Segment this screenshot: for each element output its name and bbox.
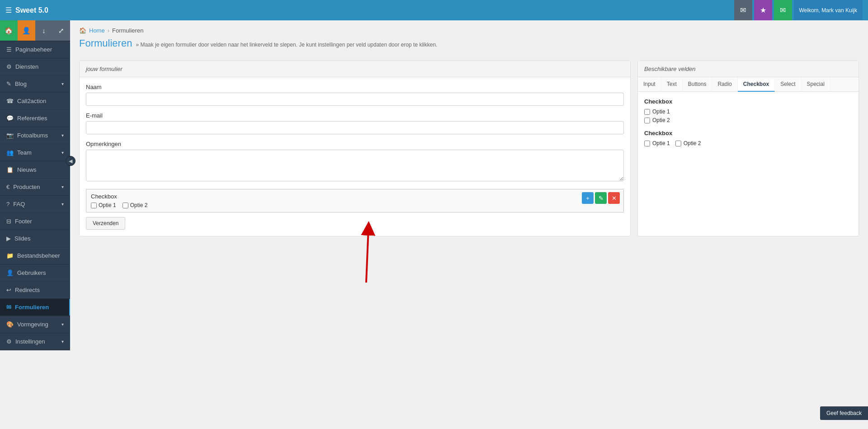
feedback-btn[interactable]: Geef feedback (820, 406, 868, 420)
faq-chevron: ▾ (61, 202, 64, 207)
producten-icon: € (6, 184, 9, 190)
sidebar-item-faq[interactable]: ? FAQ ▾ (0, 196, 70, 213)
avail-checkbox-2-1[interactable] (644, 141, 650, 146)
avail-checkbox-1-2[interactable] (644, 118, 650, 123)
welcome-text: Welkom, (799, 7, 820, 14)
team-icon: 👥 (6, 149, 14, 156)
field-add-btn[interactable]: + (582, 192, 594, 204)
nieuws-icon: 📋 (6, 166, 14, 173)
redirects-icon: ↩ (6, 287, 11, 293)
avail-option-2-1[interactable]: Optie 1 (644, 140, 670, 146)
checkbox-option-2[interactable]: Optie 2 (123, 202, 148, 208)
app-title: Sweet 5.0 (15, 6, 48, 14)
tab-select[interactable]: Select (775, 77, 801, 92)
avail-checkbox-2-2[interactable] (675, 141, 681, 146)
sidebar-item-label: Referenties (17, 115, 47, 122)
sidebar-wrapper: 🏠 👤 ↓ ⤢ ☰ Paginabeheer ⚙ Diensten (0, 20, 70, 429)
vormgeving-icon: 🎨 (6, 321, 14, 328)
tab-text[interactable]: Text (661, 77, 683, 92)
tab-input[interactable]: Input (638, 77, 661, 92)
topbar-mail-btn[interactable]: ✉ (774, 0, 792, 20)
email-label: E-mail (86, 112, 624, 119)
naam-input[interactable] (86, 93, 624, 106)
team-chevron: ▾ (61, 150, 64, 155)
sidebar-item-producten[interactable]: € Producten ▾ (0, 179, 70, 196)
tab-radio[interactable]: Radio (712, 77, 737, 92)
sidebar-icon-download[interactable]: ↓ (35, 20, 53, 41)
sidebar-icon-share[interactable]: ⤢ (52, 20, 70, 41)
available-group-1: Checkbox Optie 1 Optie 2 (644, 98, 852, 123)
topbar-message-btn[interactable]: ✉ (734, 0, 752, 20)
email-input[interactable] (86, 121, 624, 134)
sidebar-item-nieuws[interactable]: 📋 Nieuws (0, 161, 70, 179)
sidebar-item-bestandsbeheer[interactable]: 📁 Bestandsbeheer (0, 247, 70, 264)
checkbox-option-1[interactable]: Optie 1 (91, 202, 116, 208)
checkbox-input-2[interactable] (123, 203, 128, 208)
sidebar-item-diensten[interactable]: ⚙ Diensten (0, 58, 70, 75)
avail-option-1-1[interactable]: Optie 1 (644, 108, 852, 115)
form-panel: jouw formulier Naam E-mail Opmerkingen (79, 61, 631, 236)
topbar-user: Welkom, Mark van Kuijk (794, 0, 863, 20)
topbar: ☰ Sweet 5.0 ✉ ★ ✉ Welkom, Mark van Kuijk (0, 0, 868, 20)
avail-checkbox-1-1[interactable] (644, 109, 650, 115)
sidebar-icon-user[interactable]: 👤 (18, 20, 35, 41)
naam-label: Naam (86, 84, 624, 90)
sidebar: 🏠 👤 ↓ ⤢ ☰ Paginabeheer ⚙ Diensten (0, 20, 70, 350)
opmerkingen-textarea[interactable] (86, 150, 624, 181)
fields-panel: Beschikbare velden Input Text Buttons Ra… (637, 61, 859, 236)
tab-buttons[interactable]: Buttons (683, 77, 712, 92)
form-group-email: E-mail (86, 112, 624, 134)
sidebar-item-label: FAQ (13, 201, 25, 207)
sidebar-toggle[interactable]: ◀ (66, 156, 75, 166)
page-title: Formulieren (79, 38, 132, 49)
checkbox-field[interactable]: Checkbox Optie 1 Optie 2 (86, 189, 624, 212)
breadcrumb-home[interactable]: Home (89, 27, 105, 34)
sidebar-item-label: Bestandsbeheer (17, 252, 60, 259)
fotoalbums-chevron: ▾ (61, 133, 64, 138)
faq-icon: ? (6, 201, 9, 207)
sidebar-item-instellingen[interactable]: ⚙ Instellingen ▾ (0, 333, 70, 350)
sidebar-item-team[interactable]: 👥 Team ▾ (0, 144, 70, 161)
fields-panel-header: Beschikbare velden (638, 61, 859, 77)
fields-panel-body: Checkbox Optie 1 Optie 2 (638, 92, 859, 159)
sidebar-item-paginabeheer[interactable]: ☰ Paginabeheer (0, 41, 70, 58)
submit-btn[interactable]: Verzenden (86, 217, 125, 230)
tab-special[interactable]: Special (802, 77, 830, 92)
sidebar-item-label: Paginabeheer (15, 46, 52, 53)
sidebar-item-vormgeving[interactable]: 🎨 Vormgeving ▾ (0, 316, 70, 333)
available-options-2: Optie 1 Optie 2 (644, 140, 852, 146)
sidebar-item-label: Formulieren (15, 304, 49, 311)
sidebar-item-formulieren[interactable]: ✉ Formulieren (0, 299, 70, 316)
sidebar-item-label: Footer (15, 218, 32, 225)
sidebar-icon-green[interactable]: 🏠 (0, 20, 18, 41)
checkbox-input-1[interactable] (91, 203, 97, 208)
field-remove-btn[interactable]: ✕ (608, 192, 620, 204)
field-edit-btn[interactable]: ✎ (595, 192, 607, 204)
sidebar-item-referenties[interactable]: 💬 Referenties (0, 110, 70, 127)
checkbox-field-options: Optie 1 Optie 2 (91, 202, 619, 208)
fotoalbums-icon: 📷 (6, 132, 14, 139)
avail-option-2-2[interactable]: Optie 2 (675, 140, 701, 146)
gebruikers-icon: 👤 (6, 269, 14, 276)
diensten-icon: ⚙ (6, 63, 12, 70)
content-area: jouw formulier Naam E-mail Opmerkingen (79, 61, 859, 236)
sidebar-item-footer[interactable]: ⊟ Footer (0, 213, 70, 230)
sidebar-item-call2action[interactable]: ☎ Call2action (0, 93, 70, 110)
main-layout: 🏠 👤 ↓ ⤢ ☰ Paginabeheer ⚙ Diensten (0, 20, 868, 429)
sidebar-item-slides[interactable]: ▶ Slides (0, 230, 70, 247)
sidebar-top-icons: 🏠 👤 ↓ ⤢ (0, 20, 70, 41)
avail-option-1-2[interactable]: Optie 2 (644, 117, 852, 123)
form-group-opmerkingen: Opmerkingen (86, 141, 624, 183)
sidebar-item-label: Nieuws (17, 166, 37, 173)
form-panel-header: jouw formulier (80, 61, 630, 77)
topbar-star-btn[interactable]: ★ (754, 0, 772, 20)
sidebar-item-label: Team (17, 149, 32, 156)
breadcrumb-sep: › (108, 27, 109, 34)
footer-icon: ⊟ (6, 218, 11, 225)
tab-checkbox[interactable]: Checkbox (738, 77, 775, 92)
sidebar-item-fotoalbums[interactable]: 📷 Fotoalbums ▾ (0, 127, 70, 144)
sidebar-item-redirects[interactable]: ↩ Redirects (0, 282, 70, 299)
sidebar-item-blog[interactable]: ✎ Blog ▾ (0, 75, 70, 93)
sidebar-item-gebruikers[interactable]: 👤 Gebruikers (0, 264, 70, 282)
hamburger-icon: ☰ (5, 6, 12, 14)
